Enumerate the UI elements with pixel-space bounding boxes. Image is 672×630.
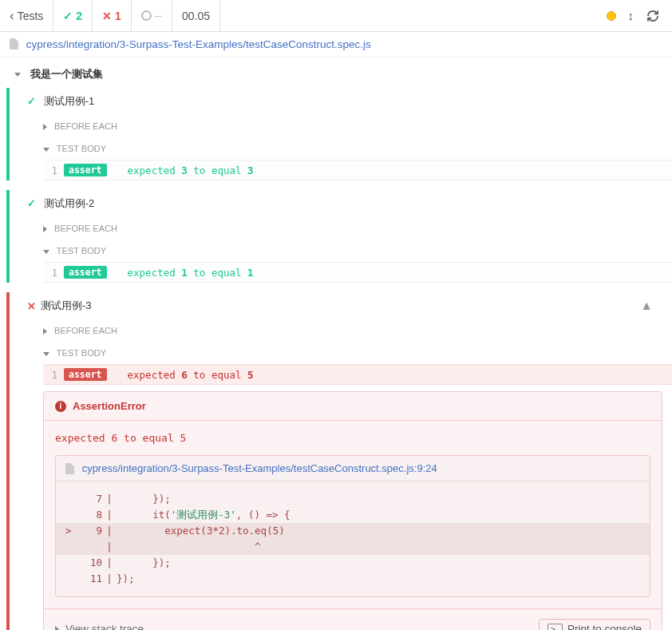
caret-right-icon <box>43 328 47 335</box>
line-number: 1 <box>43 164 64 176</box>
command-row[interactable]: 1 assert expected 3 to equal 3 <box>43 160 672 180</box>
before-each-header[interactable]: BEFORE EACH <box>10 319 672 342</box>
assert-message: expected 3 to equal 3 <box>128 164 254 176</box>
code-file-link[interactable]: cypress/integration/3-Surpass-Test-Examp… <box>56 456 650 481</box>
tests-back-button[interactable]: ‹ Tests <box>0 0 53 31</box>
caret-right-icon <box>43 226 47 232</box>
file-icon <box>10 38 18 50</box>
file-header[interactable]: cypress/integration/3-Surpass-Test-Examp… <box>0 32 672 57</box>
terminal-icon: >_ <box>547 624 563 631</box>
view-stack-trace-toggle[interactable]: View stack trace <box>55 623 144 630</box>
toolbar: ‹ Tests ✓ 2 ✕ 1 -- 00.05 ↕ <box>0 0 672 32</box>
error-body: expected 6 to equal 5 cypress/integratio… <box>44 421 662 608</box>
fail-x-icon: ✕ <box>102 10 115 22</box>
check-icon: ✓ <box>27 95 36 107</box>
caret-down-icon <box>43 148 49 152</box>
resize-icon[interactable]: ↕ <box>628 9 634 22</box>
tests-label: Tests <box>18 10 44 22</box>
pending-label: -- <box>155 10 162 22</box>
caret-right-icon <box>43 124 47 130</box>
assert-badge: assert <box>64 368 107 381</box>
test-body-header[interactable]: TEST BODY <box>10 342 672 364</box>
x-icon: ✕ <box>27 300 36 312</box>
test-header[interactable]: ✓ 测试用例-1 <box>10 88 672 115</box>
caret-down-icon <box>43 250 49 254</box>
fail-count: 1 <box>115 10 121 22</box>
test-body-label: TEST BODY <box>57 348 106 358</box>
test-block: ✓ 测试用例-2 BEFORE EACH TEST BODY 1 assert … <box>6 190 672 283</box>
suite-header[interactable]: 我是一个测试集 <box>0 61 672 88</box>
error-message: expected 6 to equal 5 <box>55 432 650 444</box>
file-icon <box>65 463 74 474</box>
pending-count-cell: -- <box>132 0 172 31</box>
test-body-label: TEST BODY <box>57 246 106 256</box>
pending-icon <box>141 10 152 21</box>
test-title: 测试用例-3 <box>41 299 92 313</box>
code-file-path: cypress/integration/3-Surpass-Test-Examp… <box>82 462 437 474</box>
time-value: 00.05 <box>182 10 210 22</box>
assert-message: expected 1 to equal 1 <box>128 267 254 279</box>
before-each-header[interactable]: BEFORE EACH <box>10 115 672 137</box>
check-icon: ✓ <box>27 197 36 209</box>
test-title: 测试用例-1 <box>44 95 95 107</box>
caret-right-icon <box>55 626 59 631</box>
error-icon: i <box>55 401 66 412</box>
before-each-header[interactable]: BEFORE EACH <box>10 217 672 240</box>
test-body-label: TEST BODY <box>57 144 106 153</box>
before-each-label: BEFORE EACH <box>54 224 117 233</box>
status-dot-icon <box>607 12 615 20</box>
error-footer: View stack trace >_ Print to console <box>44 608 662 630</box>
print-label: Print to console <box>567 623 642 630</box>
time-cell: 00.05 <box>172 0 220 31</box>
stack-trace-label: View stack trace <box>65 623 144 630</box>
test-title: 测试用例-2 <box>44 197 95 209</box>
chevron-left-icon: ‹ <box>10 8 14 24</box>
pass-count-cell: ✓ 2 <box>53 0 93 31</box>
fail-count-cell: ✕ 1 <box>93 0 132 31</box>
suite-title: 我是一个测试集 <box>30 68 103 80</box>
assert-badge: assert <box>64 266 107 279</box>
error-name: AssertionError <box>73 400 146 412</box>
test-block: ✕ 测试用例-3 ▲ BEFORE EACH TEST BODY 1 asser… <box>6 292 672 630</box>
error-title: i AssertionError <box>44 392 662 421</box>
caret-down-icon <box>14 73 21 77</box>
test-header[interactable]: ✓ 测试用例-2 <box>10 190 672 217</box>
content: 我是一个测试集 ✓ 测试用例-1 BEFORE EACH TEST BODY 1… <box>0 57 672 630</box>
code-block: cypress/integration/3-Surpass-Test-Examp… <box>55 455 650 597</box>
test-block: ✓ 测试用例-1 BEFORE EACH TEST BODY 1 assert … <box>6 88 672 180</box>
test-header[interactable]: ✕ 测试用例-3 ▲ <box>10 292 672 319</box>
warning-icon: ▲ <box>640 299 653 313</box>
test-body-header[interactable]: TEST BODY <box>10 240 672 262</box>
file-path: cypress/integration/3-Surpass-Test-Examp… <box>26 38 371 50</box>
right-icons: ↕ <box>595 9 673 22</box>
pass-count: 2 <box>76 10 82 22</box>
code-lines: 7| }); 8| it('测试用例-3', () => {>9| expect… <box>56 481 650 596</box>
before-each-label: BEFORE EACH <box>54 121 117 131</box>
reload-button[interactable] <box>646 10 659 22</box>
assert-badge: assert <box>64 164 107 176</box>
line-number: 1 <box>43 369 64 381</box>
command-row[interactable]: 1 assert expected 1 to equal 1 <box>43 262 672 283</box>
assert-message: expected 6 to equal 5 <box>128 369 254 381</box>
print-to-console-button[interactable]: >_ Print to console <box>539 619 650 630</box>
test-body-header[interactable]: TEST BODY <box>10 137 672 160</box>
error-panel: i AssertionError expected 6 to equal 5 c… <box>43 391 662 630</box>
pass-check-icon: ✓ <box>63 10 76 22</box>
line-number: 1 <box>43 267 64 279</box>
caret-down-icon <box>43 352 49 356</box>
command-row[interactable]: 1 assert expected 6 to equal 5 <box>43 364 672 385</box>
before-each-label: BEFORE EACH <box>54 326 117 335</box>
